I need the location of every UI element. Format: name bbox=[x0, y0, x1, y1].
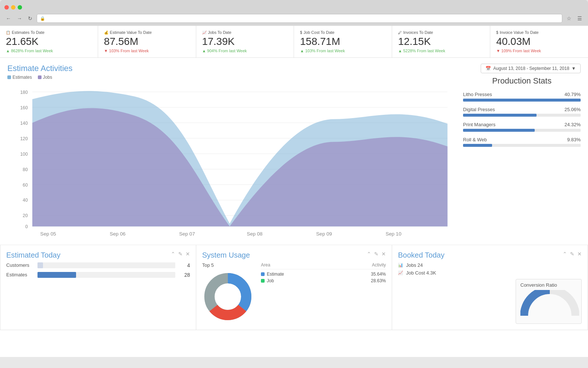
bar-chart-icon: 📊 bbox=[398, 263, 403, 268]
conversion-ratio-chart bbox=[520, 290, 577, 321]
stat-item-1: 💰 Estimate Value To Date 87.56M ▼ 103% F… bbox=[98, 26, 196, 57]
bottom-panels: Estimated Today ⌃ ✎ ✕ Customers 4 Estima… bbox=[0, 245, 588, 330]
stat-label: $ Invoice Value To Date bbox=[496, 30, 582, 35]
usage-rows: Estimate 35.64% Job 28.63% bbox=[261, 272, 386, 283]
stat-label: 📋 Estimates To Date bbox=[6, 30, 92, 35]
estimated-row: Customers 4 bbox=[6, 262, 190, 268]
stat-icon: $ bbox=[496, 31, 498, 35]
stat-icon: $ bbox=[300, 31, 302, 35]
bookmark-button[interactable]: ☆ bbox=[565, 15, 573, 22]
chevron-down-icon: ▼ bbox=[571, 66, 576, 71]
prod-item-label: Digital Presses bbox=[463, 107, 495, 112]
stat-change: ▼ 103% From last Week bbox=[104, 49, 190, 53]
legend-color bbox=[7, 75, 11, 79]
stat-label-text: Invoice Value To Date bbox=[500, 30, 539, 35]
stat-label: 💰 Estimate Value To Date bbox=[104, 30, 190, 35]
prod-bar-fill bbox=[463, 114, 537, 117]
close-icon[interactable]: ✕ bbox=[186, 251, 190, 257]
collapse-icon[interactable]: ⌃ bbox=[367, 251, 371, 257]
stat-value: 158.71M bbox=[300, 36, 386, 47]
prod-item-value: 25.06% bbox=[564, 107, 581, 112]
stat-item-4: 🖊 Invoices To Date 12.15K ▲ 5228% From l… bbox=[392, 26, 490, 57]
prod-item-header: Digital Presses 25.06% bbox=[463, 107, 581, 112]
prod-item-label: Print Managers bbox=[463, 122, 495, 127]
settings-icon[interactable]: ✎ bbox=[570, 251, 574, 257]
prod-bar-track bbox=[463, 114, 581, 117]
stat-change: ▲ 103% From last Week bbox=[300, 49, 386, 53]
usage-dot bbox=[261, 279, 265, 283]
booked-today-panel: Booked Today ⌃ ✎ ✕ 📊 Jobs 24 📈 Job Cost … bbox=[392, 245, 588, 330]
production-stat-item: Digital Presses 25.06% bbox=[463, 107, 581, 117]
calendar-icon: 📅 bbox=[485, 66, 491, 71]
usage-area-label: Job bbox=[267, 278, 326, 283]
usage-table-header: Area Activity bbox=[261, 262, 386, 269]
collapse-icon[interactable]: ⌃ bbox=[171, 251, 175, 257]
svg-text:180: 180 bbox=[20, 89, 28, 95]
svg-point-23 bbox=[216, 285, 240, 308]
close-icon[interactable]: ✕ bbox=[381, 251, 386, 257]
legend-color bbox=[38, 75, 42, 79]
date-range-label: August 13, 2018 - September 11, 2018 bbox=[493, 66, 569, 71]
booked-jobs-stat: 📊 Jobs 24 bbox=[398, 262, 582, 268]
legend-label: Estimates bbox=[12, 75, 32, 80]
est-bar-track bbox=[37, 262, 175, 268]
prod-bar-fill bbox=[463, 144, 492, 147]
est-row-value: 28 bbox=[179, 272, 190, 278]
back-button[interactable]: ← bbox=[4, 15, 12, 22]
legend-item: Estimates bbox=[7, 75, 32, 80]
menu-button[interactable]: ☰ bbox=[576, 15, 584, 22]
booked-jobs-label: Jobs 24 bbox=[406, 262, 423, 268]
trend-icon: 📈 bbox=[398, 270, 403, 275]
browser-frame: ← → ↻ 🔒 ☆ ☰ bbox=[0, 0, 588, 26]
refresh-button[interactable]: ↻ bbox=[26, 15, 34, 22]
usage-dot bbox=[261, 272, 265, 276]
prod-bar-fill bbox=[463, 129, 535, 132]
x-label-sep09: Sep 09 bbox=[316, 231, 332, 237]
date-picker-button[interactable]: 📅 August 13, 2018 - September 11, 2018 ▼ bbox=[481, 64, 581, 73]
production-stat-item: Print Managers 24.32% bbox=[463, 122, 581, 132]
stat-icon: 🖊 bbox=[398, 31, 402, 35]
usage-activity-pct: 28.63% bbox=[326, 278, 386, 283]
settings-icon[interactable]: ✎ bbox=[178, 251, 183, 257]
prod-header-row: 📅 August 13, 2018 - September 11, 2018 ▼ bbox=[463, 64, 581, 73]
svg-text:80: 80 bbox=[23, 167, 28, 172]
stat-item-3: $ Job Cost To Date 158.71M ▲ 103% From l… bbox=[294, 26, 392, 57]
collapse-icon[interactable]: ⌃ bbox=[563, 251, 567, 257]
stat-change: ▲ 904% From last Week bbox=[202, 49, 288, 53]
conversion-ratio-svg bbox=[520, 290, 579, 319]
chart-section: Estimate Activities Estimates Jobs 180 1… bbox=[0, 58, 588, 245]
conversion-ratio-box: Conversion Ratio bbox=[516, 279, 582, 324]
area-col-header: Area bbox=[261, 262, 323, 268]
stats-header: 📋 Estimates To Date 21.65K ▲ 8628% From … bbox=[0, 26, 588, 58]
stat-label: $ Job Cost To Date bbox=[300, 30, 386, 35]
close-icon[interactable]: ✕ bbox=[577, 251, 582, 257]
stat-label-text: Estimates To Date bbox=[12, 30, 44, 35]
stat-label-text: Job Cost To Date bbox=[304, 30, 334, 35]
prod-item-header: Roll & Web 9.83% bbox=[463, 137, 581, 142]
address-bar[interactable]: 🔒 bbox=[37, 14, 562, 23]
system-usage-title: System Usage bbox=[202, 251, 386, 259]
browser-toolbar: ← → ↻ 🔒 ☆ ☰ bbox=[4, 13, 584, 26]
system-usage-panel: System Usage ⌃ ✎ ✕ Top 5 bbox=[196, 245, 392, 330]
minimize-button[interactable] bbox=[11, 5, 15, 10]
svg-text:120: 120 bbox=[20, 136, 28, 141]
stat-label: 📈 Jobs To Date bbox=[202, 30, 288, 35]
prod-item-label: Litho Presses bbox=[463, 92, 492, 97]
production-stats-panel: 📅 August 13, 2018 - September 11, 2018 ▼… bbox=[463, 64, 581, 239]
booked-cost-stat: 📈 Job Cost 4.3K bbox=[398, 270, 582, 276]
donut-svg bbox=[202, 271, 254, 322]
svg-text:20: 20 bbox=[23, 213, 28, 218]
prod-item-value: 9.83% bbox=[567, 137, 581, 142]
booked-cost-label: Job Cost 4.3K bbox=[406, 270, 436, 276]
maximize-button[interactable] bbox=[18, 5, 22, 10]
system-usage-content: Top 5 Area bbox=[202, 262, 386, 324]
stat-change: ▲ 5228% From last Week bbox=[398, 49, 484, 53]
settings-icon[interactable]: ✎ bbox=[374, 251, 379, 257]
stat-change: ▲ 8628% From last Week bbox=[6, 49, 92, 53]
usage-donut-chart: Top 5 bbox=[202, 262, 254, 324]
stat-value: 40.03M bbox=[496, 36, 582, 47]
close-button[interactable] bbox=[4, 5, 9, 10]
est-bar-fill bbox=[37, 272, 76, 278]
forward-button[interactable]: → bbox=[15, 15, 24, 22]
estimated-row: Estimates 28 bbox=[6, 272, 190, 278]
